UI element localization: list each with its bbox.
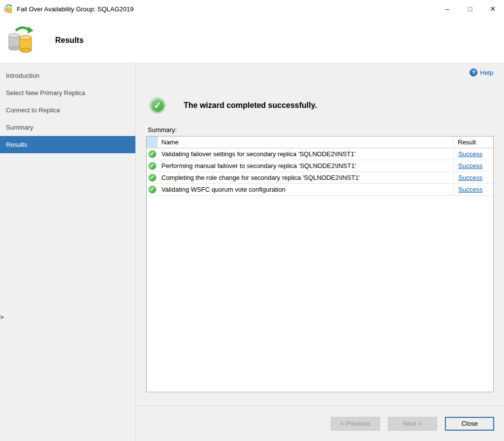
row-status-cell: ✓: [147, 148, 158, 160]
success-link[interactable]: Success: [458, 174, 482, 181]
window-title: Fail Over Availability Group: SQLAG2019: [17, 5, 134, 13]
row-result-cell: Success: [454, 160, 493, 171]
row-name: Validating failover settings for seconda…: [158, 148, 454, 160]
success-check-icon: ✓: [148, 185, 157, 194]
table-row[interactable]: ✓ Completing the role change for seconda…: [147, 172, 493, 184]
wizard-header: Results: [0, 18, 504, 63]
row-result-cell: Success: [454, 172, 493, 183]
help-label: Help: [480, 69, 493, 76]
header-result[interactable]: Result: [454, 136, 493, 148]
header-name[interactable]: Name: [158, 136, 454, 148]
next-button: Next >: [388, 417, 437, 431]
title-bar: Fail Over Availability Group: SQLAG2019 …: [0, 0, 504, 18]
wizard-footer: < Previous Next > Close: [136, 406, 504, 441]
sidebar-item-label: Introduction: [6, 72, 39, 79]
success-check-icon: ✓: [148, 150, 157, 158]
maximize-button[interactable]: □: [459, 0, 481, 18]
table-row[interactable]: ✓ Performing manual failover to secondar…: [147, 160, 493, 172]
previous-button: < Previous: [331, 417, 380, 431]
page-title: Results: [55, 36, 84, 45]
help-link[interactable]: ? Help: [470, 68, 493, 76]
sidebar-item-label: Connect to Replica: [6, 106, 60, 114]
close-button[interactable]: Close: [445, 417, 494, 431]
success-check-icon: ✓: [148, 162, 157, 170]
row-status-cell: ✓: [147, 172, 158, 183]
sidebar-item-select-new-primary-replica[interactable]: Select New Primary Replica: [0, 84, 135, 102]
content-area: Introduction Select New Primary Replica …: [0, 63, 504, 441]
results-table-header: Name Result: [147, 136, 493, 148]
availability-group-icon: [7, 26, 34, 53]
row-status-cell: ✓: [147, 184, 158, 195]
help-row: ? Help: [136, 63, 504, 78]
minimize-button[interactable]: –: [436, 0, 459, 18]
results-table: Name Result ✓ Validating failover settin…: [146, 136, 494, 392]
sidebar-item-results[interactable]: Results: [0, 136, 135, 153]
sidebar-item-summary[interactable]: Summary: [0, 119, 135, 136]
window-controls: – □ ✕: [436, 0, 504, 18]
app-icon: [4, 4, 13, 13]
row-result-cell: Success: [454, 148, 493, 160]
success-check-icon: ✓: [148, 173, 157, 182]
row-name: Completing the role change for secondary…: [158, 172, 454, 183]
close-window-button[interactable]: ✕: [481, 0, 504, 18]
main-panel: ? Help ✓ The wizard completed successful…: [136, 63, 504, 441]
help-icon: ?: [470, 68, 477, 76]
row-result-cell: Success: [454, 184, 493, 195]
row-name: Validating WSFC quorum vote configuratio…: [158, 184, 454, 195]
summary-label: Summary:: [148, 126, 504, 134]
success-link[interactable]: Success: [458, 162, 482, 170]
sidebar-item-label: Summary: [6, 124, 33, 131]
stray-chevron-artifact: >: [0, 313, 4, 321]
status-row: ✓ The wizard completed successfully.: [150, 98, 504, 113]
success-link[interactable]: Success: [458, 186, 482, 193]
success-check-icon: ✓: [150, 98, 165, 113]
sidebar-item-label: Select New Primary Replica: [6, 89, 85, 97]
row-status-cell: ✓: [147, 160, 158, 171]
table-row[interactable]: ✓ Validating WSFC quorum vote configurat…: [147, 184, 493, 196]
table-row[interactable]: ✓ Validating failover settings for secon…: [147, 148, 493, 160]
sidebar-item-introduction[interactable]: Introduction: [0, 67, 135, 84]
sidebar-item-label: Results: [6, 141, 27, 148]
header-icon-cell: [147, 136, 158, 148]
success-link[interactable]: Success: [458, 150, 482, 158]
wizard-steps-sidebar: Introduction Select New Primary Replica …: [0, 63, 136, 441]
row-name: Performing manual failover to secondary …: [158, 160, 454, 171]
sidebar-item-connect-to-replica[interactable]: Connect to Replica: [0, 102, 135, 119]
status-message: The wizard completed successfully.: [184, 101, 317, 110]
